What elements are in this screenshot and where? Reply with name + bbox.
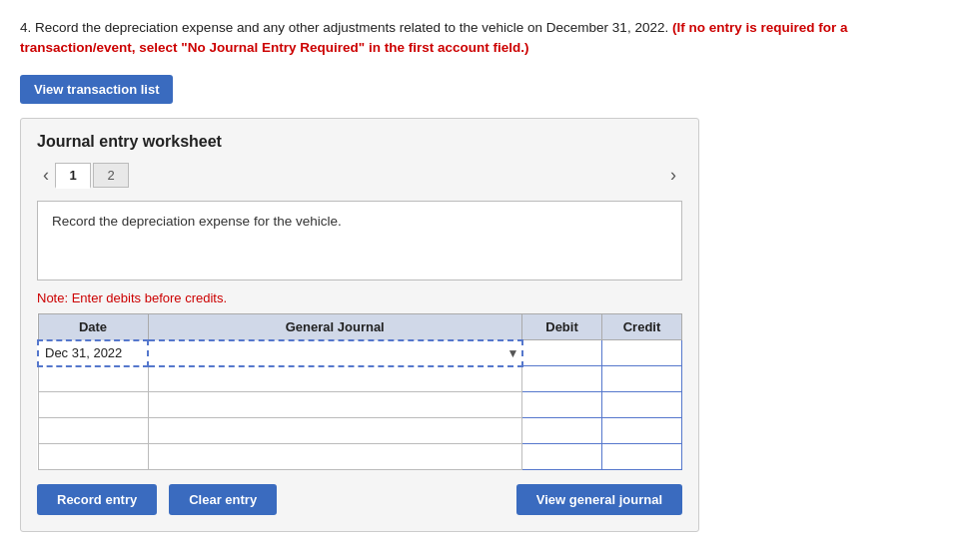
- date-cell-3[interactable]: [38, 392, 148, 418]
- credit-cell-3[interactable]: [602, 392, 682, 418]
- table-row: Dec 31, 2022 ▼: [38, 340, 682, 366]
- record-entry-button[interactable]: Record entry: [37, 484, 157, 515]
- view-transaction-btn[interactable]: View transaction list: [20, 75, 173, 104]
- date-cell-1[interactable]: Dec 31, 2022: [38, 340, 148, 366]
- table-row: [38, 366, 682, 392]
- instruction-text: 4. Record the depreciation expense and a…: [20, 18, 960, 59]
- instruction-before: Record the depreciation expense and any …: [31, 20, 672, 35]
- debit-cell-3[interactable]: [522, 392, 602, 418]
- debit-cell-5[interactable]: [522, 444, 602, 470]
- tabs-row: ‹ 1 2 ›: [37, 163, 682, 189]
- description-text: Record the depreciation expense for the …: [52, 214, 342, 229]
- credit-cell-2[interactable]: [602, 366, 682, 392]
- gj-cell-1[interactable]: ▼: [148, 340, 522, 366]
- tab-1[interactable]: 1: [55, 163, 91, 189]
- prev-tab-arrow[interactable]: ‹: [37, 163, 55, 188]
- credit-cell-1[interactable]: [602, 340, 682, 366]
- gj-cell-5[interactable]: [148, 444, 522, 470]
- description-box: Record the depreciation expense for the …: [37, 201, 682, 280]
- debit-cell-1[interactable]: [522, 340, 602, 366]
- col-date: Date: [38, 313, 148, 340]
- table-row: [38, 418, 682, 444]
- col-debit: Debit: [522, 313, 602, 340]
- col-gj: General Journal: [148, 313, 522, 340]
- tab-2[interactable]: 2: [93, 163, 129, 188]
- journal-table: Date General Journal Debit Credit Dec 31…: [37, 313, 682, 471]
- next-tab-arrow[interactable]: ›: [664, 163, 682, 188]
- note-text: Note: Enter debits before credits.: [37, 290, 682, 305]
- debit-cell-4[interactable]: [522, 418, 602, 444]
- gj-cell-4[interactable]: [148, 418, 522, 444]
- date-cell-4[interactable]: [38, 418, 148, 444]
- view-general-journal-button[interactable]: View general journal: [516, 484, 682, 515]
- gj-cell-2[interactable]: [148, 366, 522, 392]
- button-row: Record entry Clear entry View general jo…: [37, 484, 682, 515]
- gj-dropdown-icon[interactable]: ▼: [507, 346, 519, 360]
- date-cell-5[interactable]: [38, 444, 148, 470]
- credit-cell-5[interactable]: [602, 444, 682, 470]
- credit-cell-4[interactable]: [602, 418, 682, 444]
- col-credit: Credit: [602, 313, 682, 340]
- gj-cell-3[interactable]: [148, 392, 522, 418]
- instruction-number: 4.: [20, 20, 31, 35]
- clear-entry-button[interactable]: Clear entry: [169, 484, 277, 515]
- worksheet-box: Journal entry worksheet ‹ 1 2 › Record t…: [20, 118, 699, 533]
- date-cell-2[interactable]: [38, 366, 148, 392]
- table-row: [38, 444, 682, 470]
- debit-cell-2[interactable]: [522, 366, 602, 392]
- worksheet-title: Journal entry worksheet: [37, 133, 682, 151]
- table-row: [38, 392, 682, 418]
